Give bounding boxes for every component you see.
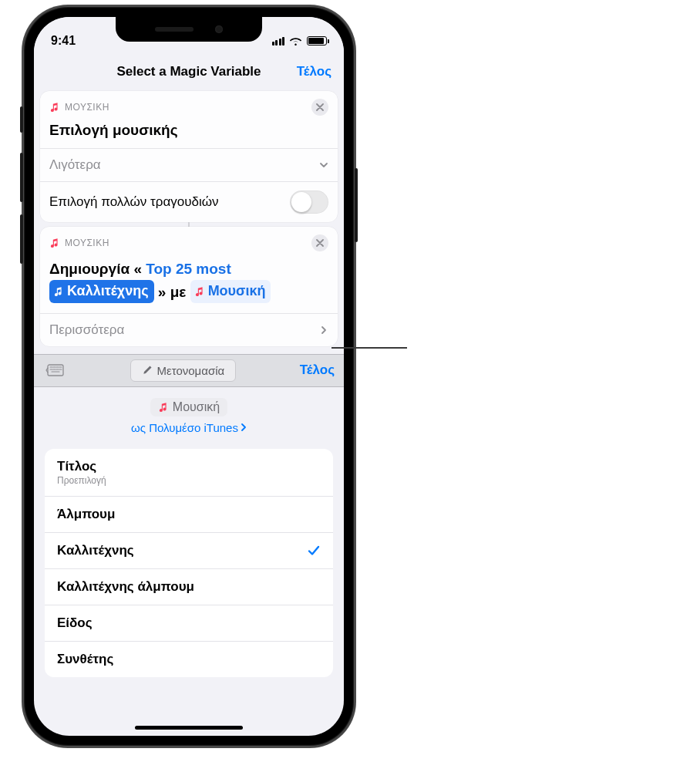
property-option-composer[interactable]: Συνθέτης	[45, 642, 333, 677]
multi-select-toggle[interactable]	[290, 190, 328, 214]
select-multiple-row: Επιλογή πολλών τραγουδιών	[40, 181, 338, 222]
property-option-album-artist[interactable]: Καλλιτέχνης άλμπουμ	[45, 569, 333, 605]
toolbar-done-button[interactable]: Τέλος	[300, 362, 335, 378]
property-option-genre[interactable]: Είδος	[45, 605, 333, 642]
wifi-icon	[289, 36, 302, 46]
notch	[116, 17, 262, 42]
navigation-bar: Select a Magic Variable Τέλος	[34, 54, 344, 89]
rename-button[interactable]: Μετονομασία	[130, 359, 237, 382]
property-option-artist[interactable]: Καλλιτέχνης	[45, 533, 333, 569]
property-option-title[interactable]: Τίτλος Προεπιλογή	[45, 449, 333, 497]
variable-chip[interactable]: Μουσική	[150, 398, 227, 416]
playlist-name-param[interactable]: Top 25 most	[146, 261, 231, 277]
action-card-select-music: ΜΟΥΣΙΚΗ Επιλογή μουσικής Λιγότερα Επιλογ…	[40, 91, 338, 222]
keyboard-back-button[interactable]	[43, 359, 66, 381]
action-card-create-playlist: ΜΟΥΣΙΚΗ Δημιουργία « Top 25 most Καλλιτέ…	[40, 227, 338, 346]
phone-frame: 9:41 Select a Magic Variable Τέλος ΜΟΥΣΙ…	[23, 6, 355, 747]
chevron-right-icon	[319, 325, 328, 335]
artist-variable-token[interactable]: Καλλιτέχνης	[49, 280, 154, 303]
music-variable-token[interactable]: Μουσική	[190, 280, 271, 303]
chevron-right-icon	[241, 423, 247, 431]
music-note-icon	[158, 402, 169, 413]
app-label: ΜΟΥΣΙΚΗ	[65, 102, 109, 113]
property-option-album[interactable]: Άλμπουμ	[45, 497, 333, 533]
cellular-icon	[272, 37, 285, 46]
show-more-row[interactable]: Περισσότερα	[40, 313, 338, 346]
pencil-icon	[142, 365, 153, 376]
clock: 9:41	[51, 34, 76, 48]
action-description: Δημιουργία « Top 25 most Καλλιτέχνης » μ…	[40, 255, 338, 313]
keyboard-toolbar: Μετονομασία Τέλος	[34, 354, 344, 387]
annotation-callout	[331, 347, 407, 349]
svg-rect-0	[48, 365, 63, 376]
variable-type-button[interactable]: ως Πολυμέσο iTunes	[131, 421, 247, 434]
property-list: Τίτλος Προεπιλογή Άλμπουμ Καλλιτέχνης Κα…	[45, 449, 333, 677]
home-indicator[interactable]	[135, 726, 243, 730]
done-button[interactable]: Τέλος	[297, 64, 331, 79]
app-label: ΜΟΥΣΙΚΗ	[65, 238, 109, 248]
checkmark-icon	[307, 544, 321, 558]
music-app-icon	[49, 102, 60, 113]
screen: 9:41 Select a Magic Variable Τέλος ΜΟΥΣΙ…	[34, 17, 344, 736]
close-action-button[interactable]	[311, 234, 328, 251]
action-title: Επιλογή μουσικής	[40, 119, 338, 148]
variable-header: Μουσική ως Πολυμέσο iTunes	[40, 387, 338, 441]
battery-icon	[307, 36, 327, 46]
show-less-row[interactable]: Λιγότερα	[40, 148, 338, 181]
chevron-down-icon	[319, 160, 328, 170]
music-app-icon	[49, 238, 60, 248]
close-action-button[interactable]	[311, 99, 328, 116]
